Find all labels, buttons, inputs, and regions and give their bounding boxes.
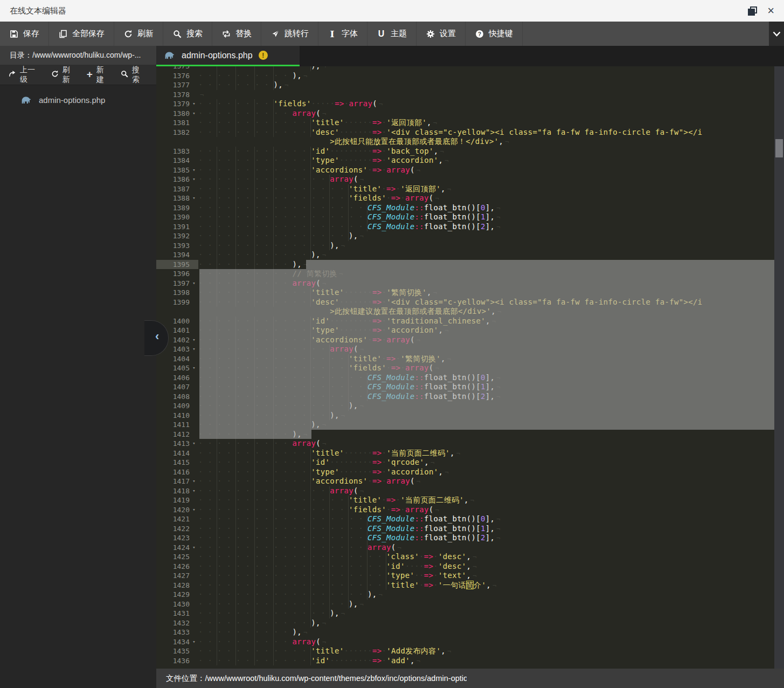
up-level-icon <box>9 70 16 79</box>
toolbar-replace-button[interactable]: 替换 <box>212 22 261 46</box>
window-close-button[interactable]: × <box>767 2 774 19</box>
sidebar-action-refresh[interactable]: 刷新 <box>51 65 75 85</box>
line-number: 1391 <box>156 222 190 232</box>
line-gutter: 1406 <box>156 373 198 383</box>
fold-arrow-icon <box>190 250 198 260</box>
window-restore-button[interactable] <box>748 6 756 14</box>
code-line: 1415· · · · · · · · · · · · 'id'········… <box>156 458 784 467</box>
php-elephant-icon <box>164 51 176 60</box>
code-line: 1434▾· · · · · · · · · · array(¬ <box>156 637 784 647</box>
line-gutter: 1411 <box>156 420 198 430</box>
code-text: · · · · · · · · · · · · · · · · 'fields'… <box>198 194 784 203</box>
toolbar-search-button[interactable]: 搜索 <box>163 22 212 46</box>
new-icon: + <box>87 71 93 79</box>
toolbar-button-label: 替换 <box>235 29 252 39</box>
code-line: 1387· · · · · · · · · · · · · · · · 'tit… <box>156 184 784 194</box>
toolbar-font-button[interactable]: I字体 <box>318 22 367 46</box>
code-line: 1436· · · · · · · · · · · · 'id'········… <box>156 656 784 666</box>
fold-arrow-icon: ▾ <box>190 345 198 354</box>
toolbar-shortcuts-button[interactable]: ?快捷键 <box>466 22 523 46</box>
code-text: · · · · · · · · · · · · · · · · · · CFS_… <box>198 533 784 543</box>
save-all-icon <box>58 29 67 38</box>
code-line: 1413▾· · · · · · · · · · array(¬ <box>156 439 784 449</box>
fold-arrow-icon: ▾ <box>190 543 198 553</box>
sidebar-action-up-level[interactable]: 上一级 <box>9 65 40 85</box>
code-line: 1428· · · · · · · · · · · · · · · · · · … <box>156 581 784 590</box>
line-number: 1411 <box>156 420 190 430</box>
code-text: · · · · · · · · · · array(¬ <box>198 439 784 449</box>
code-text: · · · · · · · · · · · · · · · · ),¬ <box>198 231 784 241</box>
vertical-scrollbar[interactable] <box>774 66 784 669</box>
code-line: 1376· · · · · · · · · · ),¬ <box>156 71 784 81</box>
code-text: · · · · · · · · · · · · · · ),¬ <box>198 411 784 421</box>
sidebar-action-search[interactable]: 搜索 <box>121 65 145 85</box>
line-gutter: 1427 <box>156 571 198 581</box>
toolbar-theme-button[interactable]: U主题 <box>367 22 417 46</box>
line-number: 1418 <box>156 486 190 496</box>
fold-arrow-icon <box>190 66 198 71</box>
fold-arrow-icon <box>190 203 198 213</box>
line-number: 1380 <box>156 109 190 119</box>
line-number: 1392 <box>156 231 190 241</box>
tab-admin-options[interactable]: admin-options.php ! <box>156 46 300 66</box>
code-line: 1406· · · · · · · · · · · · · · · · · · … <box>156 373 784 383</box>
line-gutter: 1399 <box>156 298 198 307</box>
code-line: 1386▾· · · · · · · · · · · · · · array(¬ <box>156 175 784 184</box>
line-gutter: 1433 <box>156 628 198 637</box>
line-gutter: 1421 <box>156 514 198 524</box>
code-editor[interactable]: 1375· · · · · · · · · · · · ),¬1376· · ·… <box>156 66 784 669</box>
fold-arrow-icon <box>190 628 198 637</box>
fold-arrow-icon <box>190 241 198 251</box>
fold-arrow-icon <box>190 298 198 307</box>
line-number: 1414 <box>156 449 190 458</box>
fold-arrow-icon <box>190 430 198 439</box>
file-item-admin-options[interactable]: admin-options.php <box>0 93 156 107</box>
code-text: · · · · · · · · · · · · · · array(¬ <box>198 175 784 184</box>
line-number: 1388 <box>156 194 190 203</box>
code-line: 1384· · · · · · · · · · · · 'type'······… <box>156 156 784 166</box>
toolbar-settings-button[interactable]: 设置 <box>417 22 466 46</box>
line-number: 1412 <box>156 430 190 439</box>
toolbar-collapse-button[interactable] <box>769 22 784 46</box>
line-gutter: 1405▾ <box>156 363 198 373</box>
line-number: 1427 <box>156 571 190 581</box>
line-number: 1384 <box>156 156 190 166</box>
toolbar-save-all-button[interactable]: 全部保存 <box>49 22 114 46</box>
line-number: 1433 <box>156 628 190 637</box>
code-line: 1375· · · · · · · · · · · · ),¬ <box>156 66 784 71</box>
fold-arrow-icon <box>190 600 198 609</box>
code-line: 1382· · · · · · · · · · · · 'desc'······… <box>156 128 784 137</box>
fold-arrow-icon <box>190 401 198 411</box>
toolbar-refresh-button[interactable]: 刷新 <box>114 22 163 46</box>
code-line: 1423· · · · · · · · · · · · · · · · · · … <box>156 533 784 543</box>
fold-arrow-icon: ▾ <box>190 175 198 184</box>
toolbar-goto-line-button[interactable]: 跳转行 <box>261 22 318 46</box>
code-line: 1408· · · · · · · · · · · · · · · · · · … <box>156 392 784 402</box>
line-number: 1428 <box>156 581 190 590</box>
code-line: 1405▾· · · · · · · · · · · · · · · · 'fi… <box>156 363 784 373</box>
code-line: 1391· · · · · · · · · · · · · · · · · · … <box>156 222 784 232</box>
code-line: 1412· · · · · · · · · · ),¬ <box>156 430 784 439</box>
sidebar-action-new[interactable]: +新建 <box>87 65 109 85</box>
fold-arrow-icon <box>190 260 198 270</box>
code-text: · · · · · · · · · · · · · · · · ),¬ <box>198 401 784 411</box>
line-gutter: 1435 <box>156 646 198 656</box>
line-gutter: 1384 <box>156 156 198 166</box>
line-gutter: 1383 <box>156 147 198 156</box>
font-icon: I <box>328 29 337 38</box>
fold-arrow-icon <box>190 137 198 147</box>
line-gutter: 1393 <box>156 241 198 251</box>
code-line: 1435· · · · · · · · · · · · 'title'·····… <box>156 646 784 656</box>
sidebar-action-label: 搜索 <box>132 65 145 85</box>
fold-arrow-icon <box>190 581 198 590</box>
fold-arrow-icon: ▾ <box>190 637 198 647</box>
code-line: 1402▾· · · · · · · · · · · · 'accordions… <box>156 335 784 345</box>
toolbar-button-label: 保存 <box>23 29 39 39</box>
line-gutter: 1395 <box>156 260 198 270</box>
scrollbar-thumb[interactable] <box>775 139 783 157</box>
code-text: · · · · · · · · · · · · 'desc'·······=>·… <box>198 298 784 307</box>
fold-arrow-icon <box>190 411 198 421</box>
code-line: 1403▾· · · · · · · · · · · · · · array(¬ <box>156 345 784 354</box>
toolbar-save-button[interactable]: 保存 <box>0 22 49 46</box>
line-number: 1415 <box>156 458 190 467</box>
